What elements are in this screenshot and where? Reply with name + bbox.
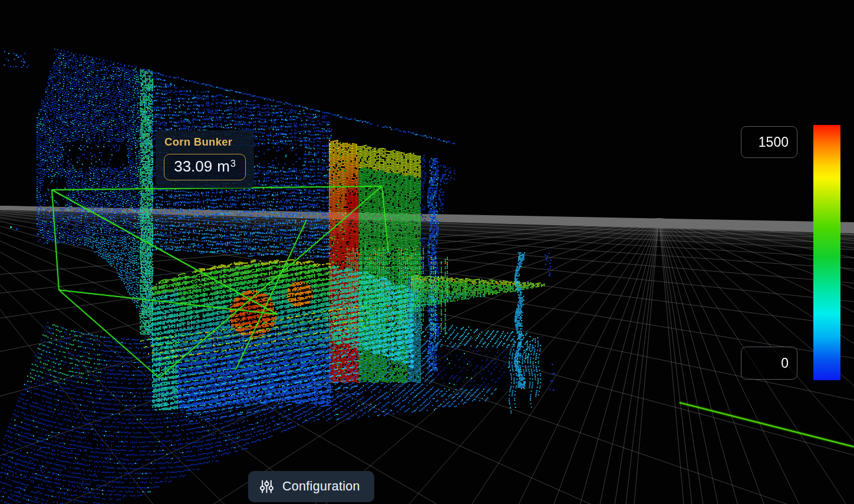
volume-unit: m [217,157,230,175]
volume-value-box: 33.09m3 [164,154,246,180]
volume-value: 33.09 [174,157,212,175]
3d-viewer: Corn Bunker 33.09m3 Configuration [0,0,854,504]
pointcloud-viewport[interactable] [0,0,854,504]
configuration-button-label: Configuration [282,479,360,494]
bunker-name-label: Corn Bunker [164,136,246,149]
volume-unit-exponent: 3 [230,159,236,169]
sliders-icon [260,480,273,493]
height-colorbar [813,125,840,380]
colorbar-max-input[interactable] [741,126,797,158]
configuration-button[interactable]: Configuration [248,471,374,502]
volume-tooltip: Corn Bunker 33.09m3 [156,130,254,188]
colorbar-min-input[interactable] [741,347,797,380]
